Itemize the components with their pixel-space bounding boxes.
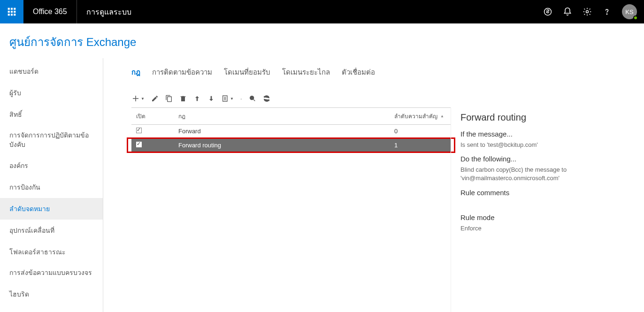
svg-point-10: [586, 11, 589, 13]
rules-table: เปิด กฎ ลำดับความสำคัญ ▲ Forward0Forward…: [131, 107, 451, 312]
svg-rect-6: [8, 14, 10, 15]
details-comments-body: [460, 199, 635, 208]
svg-rect-1: [11, 8, 13, 10]
svg-rect-2: [14, 8, 15, 10]
details-mode-title: Rule mode: [460, 213, 635, 221]
sidebar-item-3[interactable]: การจัดการการปฏิบัติตามข้อบังคับ: [0, 125, 103, 155]
details-if-body: Is sent to 'test@bckitup.com': [460, 141, 635, 149]
delete-button[interactable]: [179, 95, 187, 102]
table-row[interactable]: Forward routing1: [131, 139, 451, 152]
rule-priority-cell: 1: [390, 139, 451, 152]
sort-ascending-icon: ▲: [440, 114, 444, 118]
user-avatar[interactable]: KS: [622, 4, 637, 19]
rule-enabled-checkbox[interactable]: [136, 142, 142, 147]
topbar-actions: KS: [543, 4, 644, 19]
details-if-title: If the message...: [460, 130, 635, 138]
details-do-title: Do the following...: [460, 155, 635, 163]
sidebar-item-2[interactable]: สิทธิ์: [0, 104, 103, 125]
svg-rect-7: [11, 14, 13, 15]
settings-icon[interactable]: [583, 7, 592, 16]
topbar: Office 365 การดูแลระบบ KS: [0, 0, 644, 23]
sidebar-item-4[interactable]: องค์กร: [0, 155, 103, 176]
svg-rect-8: [14, 14, 15, 15]
presence-indicator: [633, 15, 638, 20]
column-header-priority[interactable]: ลำดับความสำคัญ ▲: [390, 108, 451, 124]
main-content: กฎการติดตามข้อความโดเมนที่ยอมรับโดเมนระย…: [103, 58, 644, 312]
brand-label[interactable]: Office 365: [23, 0, 77, 23]
svg-rect-3: [8, 11, 10, 13]
sidebar-item-10[interactable]: ไฮบริด: [0, 283, 103, 305]
svg-point-13: [250, 96, 253, 100]
details-pane: Forward routing If the message... Is sen…: [451, 107, 644, 312]
export-button[interactable]: ▼: [222, 95, 234, 102]
sidebar-item-6[interactable]: ลำดับจดหมาย: [0, 198, 103, 220]
toolbar-separator: ·: [240, 95, 242, 102]
tab-2[interactable]: โดเมนที่ยอมรับ: [224, 67, 270, 78]
table-row[interactable]: Forward0: [131, 125, 451, 137]
svg-point-11: [606, 14, 607, 14]
add-button[interactable]: ▼: [131, 94, 145, 103]
tab-4[interactable]: ตัวเชื่อมต่อ: [342, 67, 375, 78]
rule-enabled-checkbox[interactable]: [136, 128, 142, 133]
svg-point-9: [544, 8, 552, 15]
app-launcher-button[interactable]: [0, 0, 23, 23]
svg-rect-4: [11, 11, 13, 13]
highlighted-row-marker: Forward routing1: [127, 137, 455, 153]
column-header-on[interactable]: เปิด: [131, 108, 174, 124]
notifications-icon[interactable]: [563, 7, 572, 16]
rule-name-cell: Forward: [174, 125, 390, 137]
sidebar-item-9[interactable]: การส่งข้อความแบบครบวงจร: [0, 263, 103, 283]
search-button[interactable]: [249, 95, 256, 102]
move-down-button[interactable]: [207, 95, 215, 102]
portal-title: การดูแลระบบ: [77, 6, 141, 18]
svg-rect-0: [8, 8, 10, 10]
sidebar-item-5[interactable]: การป้องกัน: [0, 176, 103, 198]
tab-3[interactable]: โดเมนระยะไกล: [282, 67, 330, 78]
sidebar-item-8[interactable]: โฟลเดอร์สาธารณะ: [0, 241, 103, 263]
column-header-rule[interactable]: กฎ: [174, 108, 390, 124]
copy-button[interactable]: [165, 95, 173, 102]
table-header: เปิด กฎ ลำดับความสำคัญ ▲: [131, 107, 451, 125]
sidebar: แดชบอร์ดผู้รับสิทธิ์การจัดการการปฏิบัติต…: [0, 58, 103, 312]
refresh-button[interactable]: [263, 95, 270, 102]
tab-0[interactable]: กฎ: [131, 67, 140, 78]
rule-name-cell: Forward routing: [174, 139, 390, 152]
details-comments-title: Rule comments: [460, 189, 635, 197]
toolbar: ▼ ▼ ·: [103, 85, 644, 107]
details-title: Forward routing: [460, 112, 635, 123]
tab-1[interactable]: การติดตามข้อความ: [152, 67, 212, 78]
avatar-initials: KS: [625, 8, 633, 15]
column-header-priority-label: ลำดับความสำคัญ: [394, 112, 437, 121]
sidebar-item-1[interactable]: ผู้รับ: [0, 82, 103, 104]
svg-rect-5: [14, 11, 15, 13]
waffle-icon: [7, 7, 16, 16]
rule-priority-cell: 0: [390, 125, 451, 137]
tabs: กฎการติดตามข้อความโดเมนที่ยอมรับโดเมนระย…: [103, 63, 644, 85]
sidebar-item-7[interactable]: อุปกรณ์เคลื่อนที่: [0, 220, 103, 241]
sidebar-item-0[interactable]: แดชบอร์ด: [0, 61, 103, 82]
skype-icon[interactable]: [543, 7, 552, 16]
details-do-body: Blind carbon copy(Bcc) the message to 'v…: [460, 166, 635, 183]
page-title: ศูนย์การจัดการ Exchange: [0, 23, 644, 58]
move-up-button[interactable]: [193, 95, 201, 102]
edit-button[interactable]: [151, 95, 159, 102]
details-mode-body: Enforce: [460, 224, 635, 233]
help-icon[interactable]: [602, 7, 612, 16]
